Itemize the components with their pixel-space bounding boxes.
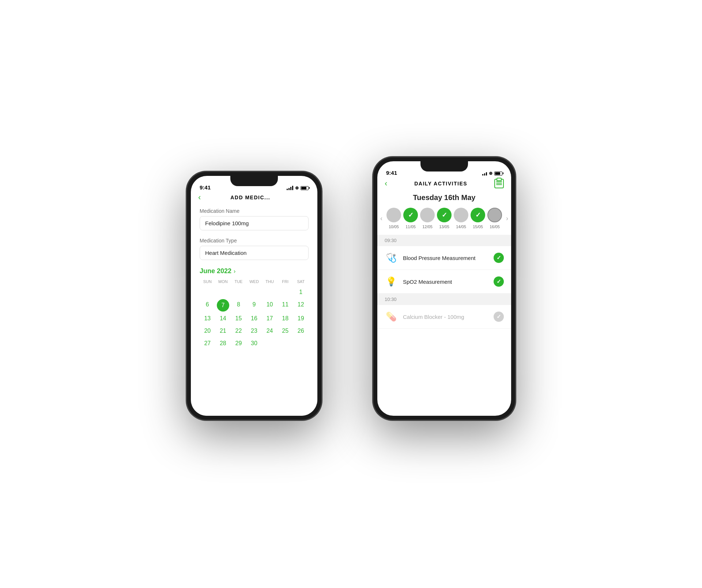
- back-phone: 9:41 ⊛ ‹ ADD MEDIC... Med: [186, 172, 322, 420]
- back-battery-icon: [301, 186, 309, 190]
- cal-tue: TUE: [231, 279, 246, 284]
- cal-mon: MON: [215, 279, 231, 284]
- week-date-label: 14/05: [456, 225, 466, 229]
- front-nav-bar: ‹ DAILY ACTIVITIES: [377, 177, 511, 191]
- activity-spo2[interactable]: 💡 SpO2 Measurement ✓: [377, 270, 511, 294]
- check-icon: ✓: [497, 255, 501, 261]
- table-row: [200, 287, 215, 298]
- table-row[interactable]: 9: [246, 299, 262, 312]
- blood-pressure-icon: 🩺: [385, 251, 398, 264]
- week-day-item[interactable]: ✓ 11/05: [403, 208, 418, 229]
- front-notch: [420, 161, 468, 172]
- table-row[interactable]: 17: [262, 313, 278, 324]
- week-day-item[interactable]: 14/05: [454, 208, 468, 229]
- week-prev-btn[interactable]: ‹: [379, 215, 384, 222]
- table-row[interactable]: 19: [293, 313, 309, 324]
- front-status-time: 9:41: [386, 170, 397, 176]
- front-back-btn[interactable]: ‹: [385, 180, 387, 188]
- week-circle-active: [487, 208, 502, 222]
- table-row[interactable]: 28: [215, 338, 231, 349]
- table-row[interactable]: 14: [215, 313, 231, 324]
- activity-calcium-blocker[interactable]: 💊 Calcium Blocker - 100mg ✓: [377, 305, 511, 329]
- table-row[interactable]: 23: [246, 325, 262, 336]
- week-circle-done: ✓: [471, 208, 485, 222]
- table-row[interactable]: 29: [231, 338, 246, 349]
- back-nav-title: ADD MEDIC...: [230, 195, 270, 200]
- back-status-time: 9:41: [200, 184, 211, 191]
- table-row: [278, 287, 293, 298]
- week-circle-pending: [454, 208, 468, 222]
- table-row[interactable]: 20: [200, 325, 215, 336]
- check-white-icon: ✓: [442, 211, 447, 219]
- table-row[interactable]: 26: [293, 325, 309, 336]
- table-row[interactable]: 18: [278, 313, 293, 324]
- table-row[interactable]: 12: [293, 299, 309, 312]
- front-screen: 9:41 ⊛ ‹ DAILY ACTIVITIES: [377, 161, 511, 416]
- activity-blood-pressure[interactable]: 🩺 Blood Pressure Measurement ✓: [377, 246, 511, 270]
- time-section-0930: 09:30: [377, 235, 511, 246]
- week-date-label: 13/05: [439, 225, 449, 229]
- front-phone: 9:41 ⊛ ‹ DAILY ACTIVITIES: [373, 157, 516, 420]
- med-type-label: Medication Type: [200, 238, 309, 244]
- table-row[interactable]: 1: [293, 287, 309, 298]
- blood-pressure-label: Blood Pressure Measurement: [403, 255, 488, 261]
- med-name-input[interactable]: Felodipine 100mg: [200, 216, 309, 230]
- week-date-label: 15/05: [473, 225, 483, 229]
- cal-today[interactable]: 7: [217, 299, 229, 312]
- front-status-icons: ⊛: [482, 171, 502, 176]
- week-days: 10/05 ✓ 11/05 12/05: [386, 208, 502, 229]
- calendar-month: June 2022: [200, 267, 231, 275]
- calendar-weeks: 1 6 7 8 9 10 11 12 13 14 15 16: [200, 287, 309, 349]
- check-icon: ✓: [497, 278, 501, 285]
- week-day-item[interactable]: 12/05: [420, 208, 435, 229]
- front-signal-icon: [482, 171, 487, 176]
- week-day-item[interactable]: ✓ 15/05: [471, 208, 485, 229]
- table-row[interactable]: 21: [215, 325, 231, 336]
- calendar-next-arrow[interactable]: ›: [234, 268, 235, 275]
- week-date-label: 12/05: [422, 225, 433, 229]
- clipboard-icon[interactable]: [494, 179, 504, 188]
- cal-thu: THU: [262, 279, 278, 284]
- calcium-blocker-check: ✓: [494, 312, 504, 322]
- spo2-check: ✓: [494, 276, 504, 287]
- week-circle-pending: [420, 208, 435, 222]
- cal-sun: SUN: [200, 279, 215, 284]
- week-day-item[interactable]: 16/05: [487, 208, 502, 229]
- back-wifi-icon: ⊛: [295, 185, 299, 191]
- time-section-1030: 10:30: [377, 294, 511, 305]
- table-row[interactable]: 15: [231, 313, 246, 324]
- check-white-icon: ✓: [408, 211, 414, 219]
- week-next-btn[interactable]: ›: [505, 215, 510, 222]
- week-strip: ‹ 10/05 ✓ 11/05: [377, 208, 511, 235]
- table-row[interactable]: 16: [246, 313, 262, 324]
- table-row[interactable]: 6: [200, 299, 215, 312]
- back-screen: 9:41 ⊛ ‹ ADD MEDIC... Med: [191, 176, 317, 416]
- week-circle-pending: [386, 208, 401, 222]
- table-row[interactable]: 11: [278, 299, 293, 312]
- week-day-item[interactable]: ✓ 13/05: [437, 208, 452, 229]
- back-btn[interactable]: ‹: [198, 193, 201, 201]
- table-row[interactable]: 10: [262, 299, 278, 312]
- med-type-input[interactable]: Heart Medication: [200, 246, 309, 260]
- scene: 9:41 ⊛ ‹ ADD MEDIC... Med: [186, 157, 516, 431]
- table-row[interactable]: 25: [278, 325, 293, 336]
- week-circle-done: ✓: [437, 208, 452, 222]
- table-row[interactable]: 22: [231, 325, 246, 336]
- cal-fri: FRI: [278, 279, 293, 284]
- spo2-icon: 💡: [385, 275, 398, 288]
- table-row[interactable]: 13: [200, 313, 215, 324]
- table-row[interactable]: 30: [246, 338, 262, 349]
- calendar-header: June 2022 ›: [200, 267, 309, 275]
- week-date-label: 11/05: [405, 225, 416, 229]
- calcium-blocker-label: Calcium Blocker - 100mg: [403, 314, 488, 320]
- table-row[interactable]: 8: [231, 299, 246, 312]
- cal-sat: SAT: [293, 279, 309, 284]
- check-icon: ✓: [497, 313, 501, 320]
- table-row[interactable]: 27: [200, 338, 215, 349]
- spo2-label: SpO2 Measurement: [403, 279, 488, 285]
- week-day-item[interactable]: 10/05: [386, 208, 401, 229]
- calendar-days-header: SUN MON TUE WED THU FRI SAT: [200, 279, 309, 284]
- week-date-label: 16/05: [490, 225, 500, 229]
- blood-pressure-check: ✓: [494, 253, 504, 263]
- table-row[interactable]: 24: [262, 325, 278, 336]
